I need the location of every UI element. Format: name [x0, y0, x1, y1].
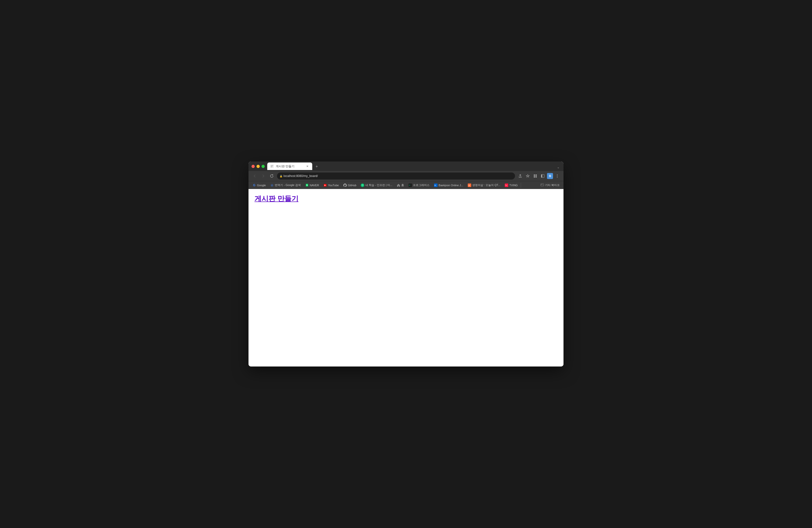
bookmark-youtube[interactable]: ▶ YouTube [321, 183, 341, 188]
bookmark-google-label: Google [257, 184, 266, 187]
new-tab-button[interactable]: + [313, 163, 320, 170]
tab-dropdown-button[interactable]: ⌄ [556, 164, 561, 170]
bookmark-google[interactable]: G Google [250, 183, 268, 188]
svg-rect-5 [536, 175, 537, 176]
browser-window: 게시판 만들기 ✕ + ⌄ 🔒 [248, 161, 564, 367]
lock-icon: 🔒 [279, 175, 282, 177]
svg-rect-9 [541, 175, 542, 177]
tab-title: 게시판 만들기 [276, 164, 303, 168]
tab-close-button[interactable]: ✕ [305, 164, 309, 168]
refresh-button[interactable] [269, 173, 275, 179]
bookmark-home[interactable]: 홈 [395, 182, 406, 188]
google-favicon-icon: G [252, 184, 256, 187]
tving-favicon-icon: TV [505, 184, 508, 187]
svg-rect-3 [271, 167, 272, 167]
bookmark-home-label: 홈 [401, 183, 404, 187]
svg-rect-23 [541, 184, 544, 186]
baekjoon-favicon-icon: B [434, 184, 437, 187]
active-tab[interactable]: 게시판 만들기 ✕ [267, 162, 312, 170]
forward-button[interactable] [260, 173, 266, 179]
naver-favicon-icon: N [305, 184, 309, 187]
bookmark-inflearn[interactable]: 인 내 학습 - 인프런 | 마... [359, 182, 394, 188]
bookmark-tving-label: TVING [509, 184, 518, 187]
bookmark-baekjoon[interactable]: B Baekjoon Online J... [432, 183, 465, 188]
page-content: 게시판 만들기 [248, 189, 564, 367]
bookmark-github-label: GitHub [348, 184, 356, 187]
svg-text:P: P [409, 184, 410, 187]
programmers-favicon-icon: P [408, 184, 412, 187]
bookmark-youtube-label: YouTube [328, 184, 339, 187]
svg-rect-24 [541, 184, 542, 185]
youtube-favicon-icon: ▶ [323, 184, 327, 187]
title-bar: 게시판 만들기 ✕ + ⌄ [248, 161, 564, 171]
window-controls [251, 165, 265, 168]
svg-point-10 [557, 175, 558, 175]
sidebar-toggle-button[interactable] [539, 173, 546, 179]
svg-text:TV: TV [505, 185, 507, 186]
bookmark-baekjoon-label: Baekjoon Online J... [438, 184, 463, 187]
bookmarks-separator [521, 183, 521, 188]
address-bar: 🔒 [248, 171, 564, 181]
svg-text:B: B [435, 184, 436, 187]
bookmark-naver-label: NAVER [310, 184, 319, 187]
bookmark-life[interactable]: 생 생명의삶 : 오늘의 QT... [466, 182, 502, 188]
tab-favicon-icon [270, 164, 274, 168]
other-bookmarks-label: 기타 북마크 [545, 183, 560, 187]
toolbar-icons: 동 [517, 173, 561, 179]
bookmark-programmers[interactable]: P 프로그래머스 [406, 182, 432, 188]
bookmark-tving[interactable]: TV TVING [503, 183, 520, 188]
svg-rect-6 [534, 176, 535, 177]
svg-point-11 [557, 176, 558, 176]
svg-rect-1 [271, 165, 273, 166]
bookmark-github[interactable]: GitHub [341, 183, 358, 188]
life-favicon-icon: 생 [468, 184, 471, 187]
bookmark-naver[interactable]: N NAVER [303, 183, 321, 188]
other-bookmarks-button[interactable]: 기타 북마크 [538, 182, 562, 188]
svg-rect-7 [536, 176, 537, 177]
page-heading-link[interactable]: 게시판 만들기 [255, 195, 299, 203]
svg-point-12 [557, 177, 558, 178]
address-wrapper: 🔒 [277, 173, 515, 179]
share-button[interactable] [517, 173, 523, 179]
bookmark-life-label: 생명의삶 : 오늘의 QT... [472, 183, 500, 187]
profile-button[interactable]: 동 [547, 173, 553, 179]
inflearn-favicon-icon: 인 [361, 184, 364, 187]
bookmarks-bar: G Google 번 번역기 - Google 검색 N NAVER ▶ You… [248, 181, 564, 189]
extensions-button[interactable] [532, 173, 538, 179]
close-button[interactable] [251, 165, 255, 168]
github-favicon-icon [343, 184, 347, 187]
svg-rect-2 [271, 166, 273, 166]
bookmark-translate[interactable]: 번 번역기 - Google 검색 [268, 182, 303, 188]
bookmark-inflearn-label: 내 학습 - 인프런 | 마... [365, 183, 392, 187]
svg-text:번: 번 [271, 184, 273, 187]
bookmark-star-button[interactable] [524, 173, 531, 179]
back-button[interactable] [251, 173, 258, 179]
home-favicon-icon [397, 184, 400, 187]
translate-favicon-icon: 번 [270, 184, 274, 187]
menu-button[interactable] [554, 173, 561, 179]
tab-bar: 게시판 만들기 ✕ + ⌄ [267, 162, 561, 170]
maximize-button[interactable] [261, 165, 265, 168]
bookmark-translate-label: 번역기 - Google 검색 [275, 183, 301, 187]
svg-rect-4 [534, 175, 535, 176]
minimize-button[interactable] [257, 165, 260, 168]
address-input[interactable] [277, 173, 515, 179]
svg-text:생: 생 [468, 185, 470, 186]
bookmark-programmers-label: 프로그래머스 [413, 183, 430, 187]
